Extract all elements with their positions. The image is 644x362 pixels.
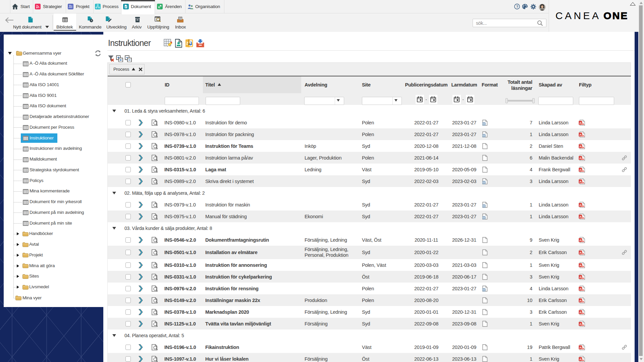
svg-text:A: A — [579, 144, 582, 148]
svg-text:A: A — [579, 168, 582, 171]
svg-text:?: ? — [516, 5, 518, 9]
svg-text:A: A — [579, 238, 582, 242]
svg-text:A: A — [579, 287, 582, 290]
svg-text:A: A — [579, 180, 582, 183]
svg-text:A: A — [579, 322, 582, 325]
svg-text:A: A — [579, 121, 582, 124]
svg-text:A: A — [579, 357, 582, 361]
svg-text:A: A — [579, 215, 582, 218]
svg-text:A: A — [579, 251, 582, 254]
svg-text:A: A — [579, 275, 582, 279]
svg-text:Z: Z — [186, 41, 189, 45]
svg-text:A: A — [579, 310, 582, 314]
svg-text:A: A — [579, 346, 582, 349]
svg-text:A: A — [579, 133, 582, 136]
svg-text:A: A — [579, 156, 582, 160]
svg-text:A: A — [579, 263, 582, 267]
svg-text:A: A — [579, 299, 582, 302]
svg-text:A: A — [579, 203, 582, 206]
